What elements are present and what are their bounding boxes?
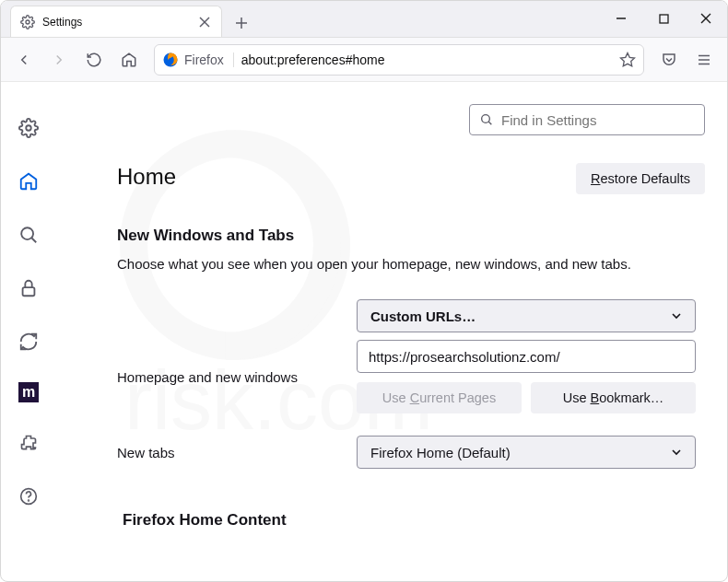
- identity-label: Firefox: [184, 52, 234, 67]
- find-in-settings-search[interactable]: [469, 104, 705, 135]
- sidebar-item-search[interactable]: [16, 222, 41, 248]
- svg-point-21: [29, 500, 29, 501]
- use-current-pages-button: Use Current Pages: [357, 382, 522, 413]
- close-icon[interactable]: [197, 15, 212, 29]
- homepage-mode-select[interactable]: Custom URLs…: [357, 299, 696, 332]
- section-heading-home-content: Firefox Home Content: [123, 511, 701, 530]
- newtabs-value: Firefox Home (Default): [370, 445, 511, 460]
- sidebar: m: [1, 82, 56, 582]
- url-input[interactable]: [241, 52, 612, 67]
- sidebar-item-help[interactable]: [16, 483, 41, 509]
- svg-rect-8: [660, 15, 668, 23]
- url-bar[interactable]: Firefox: [154, 44, 644, 76]
- section-heading-new-windows: New Windows and Tabs: [117, 227, 701, 245]
- svg-point-16: [26, 125, 31, 131]
- window-minimize-button[interactable]: [600, 0, 642, 37]
- svg-point-22: [482, 115, 490, 123]
- newtabs-row-label: New tabs: [117, 445, 357, 460]
- chevron-down-icon: [671, 310, 682, 321]
- bookmark-star-icon[interactable]: [619, 52, 636, 68]
- svg-line-18: [31, 238, 36, 242]
- homepage-url-input[interactable]: [357, 340, 696, 373]
- section-desc: Choose what you see when you open your h…: [117, 254, 701, 274]
- find-in-settings-input[interactable]: [501, 112, 695, 128]
- menu-button[interactable]: [688, 44, 720, 76]
- sidebar-item-privacy[interactable]: [16, 275, 41, 301]
- svg-point-17: [21, 227, 33, 239]
- svg-point-2: [26, 20, 29, 24]
- sidebar-item-home[interactable]: [16, 169, 41, 194]
- homepage-row-label: Homepage and new windows: [117, 369, 357, 385]
- chevron-down-icon: [671, 447, 682, 458]
- pocket-button[interactable]: [653, 44, 685, 76]
- svg-rect-19: [23, 287, 35, 296]
- reload-button[interactable]: [78, 44, 110, 76]
- sidebar-item-more-mozilla[interactable]: m: [18, 382, 39, 402]
- svg-line-23: [488, 122, 491, 124]
- window-close-button[interactable]: [685, 0, 727, 37]
- use-bookmark-button[interactable]: Use Bookmark…: [531, 382, 696, 413]
- homepage-mode-value: Custom URLs…: [370, 308, 476, 324]
- newtabs-select[interactable]: Firefox Home (Default): [357, 436, 696, 469]
- gear-icon: [20, 15, 35, 29]
- toolbar: Firefox: [1, 38, 727, 82]
- restore-defaults-button[interactable]: Restore Defaults: [576, 163, 705, 194]
- sidebar-item-sync[interactable]: [16, 329, 41, 355]
- forward-button: [43, 44, 75, 76]
- svg-marker-12: [621, 52, 635, 65]
- tab-settings[interactable]: Settings: [10, 6, 222, 37]
- sidebar-item-extensions[interactable]: [16, 430, 41, 456]
- home-button[interactable]: [113, 44, 145, 76]
- firefox-logo-icon: [162, 52, 179, 68]
- tab-title: Settings: [42, 16, 190, 29]
- back-button[interactable]: [8, 44, 40, 76]
- sidebar-item-general[interactable]: [16, 115, 41, 141]
- titlebar: Settings: [1, 1, 727, 38]
- new-tab-button[interactable]: [228, 9, 255, 37]
- window-maximize-button[interactable]: [642, 0, 685, 37]
- search-icon: [479, 112, 494, 127]
